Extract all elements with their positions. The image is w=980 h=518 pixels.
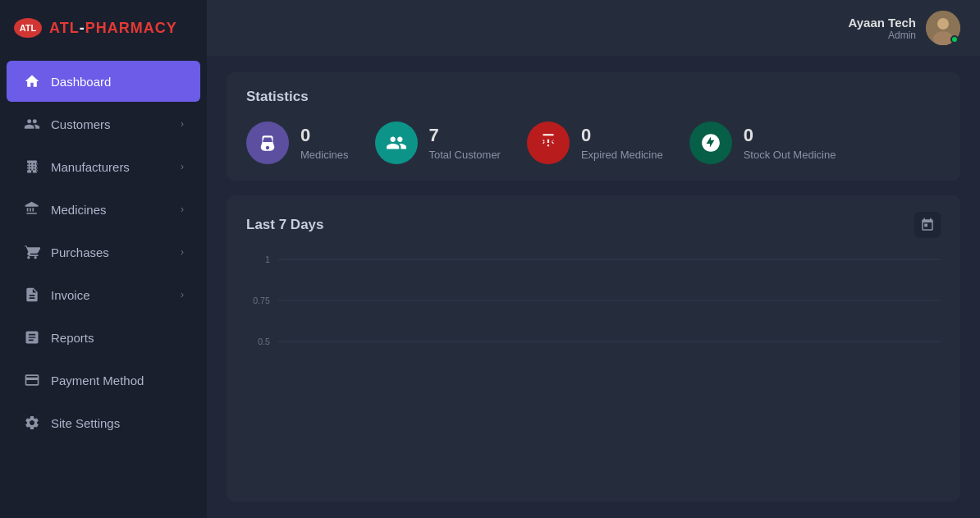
stat-count-expired: 0 xyxy=(581,125,663,146)
stat-info-customers: 7 Total Customer xyxy=(429,125,501,160)
payment-icon xyxy=(23,371,41,389)
stat-count-stockout: 0 xyxy=(744,125,836,146)
sidebar-item-manufacturers[interactable]: Manufacturers › xyxy=(7,146,200,187)
sidebar-item-purchases[interactable]: Purchases › xyxy=(7,231,200,273)
main-content: Ayaan Tech Admin Statistics xyxy=(207,0,980,518)
stats-grid: 0 Medicines 7 Total Customer xyxy=(246,121,941,164)
stat-icon-stockout xyxy=(689,121,732,164)
reports-icon xyxy=(23,328,41,346)
customers-icon xyxy=(386,132,407,154)
stat-icon-customers xyxy=(375,121,418,164)
sidebar-item-medicines[interactable]: Medicines › xyxy=(7,189,200,230)
sidebar-item-invoice[interactable]: Invoice › xyxy=(7,274,200,315)
chart-card: Last 7 Days 1 0.75 0.5 xyxy=(227,195,960,502)
stat-label-medicines: Medicines xyxy=(300,149,349,161)
statistics-title: Statistics xyxy=(246,89,941,105)
stat-info-expired: 0 Expired Medicine xyxy=(581,125,663,160)
header: Ayaan Tech Admin xyxy=(207,0,980,56)
svg-text:1: 1 xyxy=(265,254,270,264)
stat-count-customers: 7 xyxy=(429,125,501,146)
stat-label-customers: Total Customer xyxy=(429,149,501,161)
stat-count-medicines: 0 xyxy=(300,125,349,146)
sidebar-item-dashboard[interactable]: Dashboard xyxy=(7,61,200,102)
user-role: Admin xyxy=(848,30,916,41)
chevron-right-icon: › xyxy=(181,289,184,300)
sidebar-item-customers[interactable]: Customers › xyxy=(7,103,200,144)
stat-icon-expired xyxy=(527,121,570,164)
sidebar-item-payment-method[interactable]: Payment Method xyxy=(7,360,200,401)
stat-item-customers: 7 Total Customer xyxy=(375,121,501,164)
statistics-card: Statistics 0 Medicines xyxy=(227,72,960,181)
chevron-right-icon: › xyxy=(181,118,184,130)
logo-icon: ATL xyxy=(13,13,43,43)
stockout-icon xyxy=(700,132,721,154)
stat-item-expired: 0 Expired Medicine xyxy=(527,121,663,164)
people-icon xyxy=(23,115,41,133)
user-text: Ayaan Tech Admin xyxy=(848,16,916,41)
chevron-right-icon: › xyxy=(181,161,184,172)
factory-icon xyxy=(23,158,41,176)
logo: ATL ATL-PHARMACY xyxy=(0,0,207,56)
svg-text:0.75: 0.75 xyxy=(253,296,270,305)
cart-icon xyxy=(23,243,41,261)
stat-item-medicines: 0 Medicines xyxy=(246,121,349,164)
home-icon xyxy=(23,72,41,90)
chevron-right-icon: › xyxy=(181,204,184,215)
stat-label-stockout: Stock Out Medicine xyxy=(744,149,836,161)
content-area: Statistics 0 Medicines xyxy=(207,56,980,518)
user-name: Ayaan Tech xyxy=(848,16,916,30)
nav-menu: Dashboard Customers › Manufacturers › Me… xyxy=(0,56,207,518)
settings-icon xyxy=(23,414,41,432)
chart-area: 1 0.75 0.5 xyxy=(246,251,941,415)
stat-label-expired: Expired Medicine xyxy=(581,149,663,161)
user-info: Ayaan Tech Admin xyxy=(848,11,960,45)
calendar-button[interactable] xyxy=(914,212,941,238)
calendar-icon xyxy=(920,218,935,232)
logo-text: ATL-PHARMACY xyxy=(49,20,177,37)
stat-icon-medicines xyxy=(246,121,289,164)
chart-header: Last 7 Days xyxy=(246,212,941,238)
sidebar: ATL ATL-PHARMACY Dashboard Customers › xyxy=(0,0,207,518)
medicine-icon xyxy=(23,200,41,218)
chart-title: Last 7 Days xyxy=(246,217,324,233)
svg-text:0.5: 0.5 xyxy=(258,337,270,346)
chevron-right-icon: › xyxy=(181,246,184,258)
svg-point-3 xyxy=(937,18,949,30)
sidebar-item-site-settings[interactable]: Site Settings xyxy=(7,402,200,443)
avatar-wrap xyxy=(926,11,960,45)
svg-text:ATL: ATL xyxy=(20,23,37,33)
stat-info-medicines: 0 Medicines xyxy=(300,125,349,160)
stat-info-stockout: 0 Stock Out Medicine xyxy=(744,125,836,160)
invoice-icon xyxy=(23,286,41,304)
stat-item-stockout: 0 Stock Out Medicine xyxy=(689,121,836,164)
expired-icon xyxy=(538,132,559,154)
online-indicator xyxy=(950,35,959,44)
chart-svg: 1 0.75 0.5 xyxy=(246,251,941,415)
sidebar-item-reports[interactable]: Reports xyxy=(7,317,200,358)
medicines-icon xyxy=(257,132,278,154)
